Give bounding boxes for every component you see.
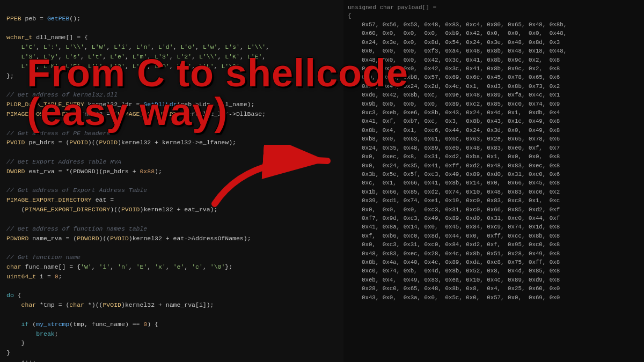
hex-header-label: unsigned char payload[] = — [348, 4, 640, 11]
hex-rows-content: 0x57, 0x56, 0x53, 0x48, 0x83, 0xc4, 0x80… — [348, 20, 640, 302]
right-hex-panel: unsigned char payload[] = { 0x57, 0x56, … — [343, 0, 644, 362]
code-content: PPEB peb = GetPEB(); wchar_t dll_name[] … — [6, 4, 337, 362]
hex-open-brace: { — [348, 13, 640, 19]
left-code-panel: PPEB peb = GetPEB(); wchar_t dll_name[] … — [0, 0, 343, 362]
main-container: PPEB peb = GetPEB(); wchar_t dll_name[] … — [0, 0, 644, 362]
